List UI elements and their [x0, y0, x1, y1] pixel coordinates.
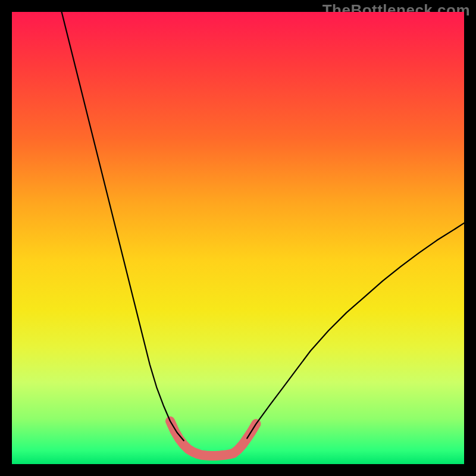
chart-frame: TheBottleneck.com	[0, 0, 476, 476]
left-marker-segment	[170, 421, 198, 454]
left-bottleneck-curve	[62, 12, 184, 440]
right-bottleneck-curve	[247, 223, 464, 439]
curve-layer	[12, 12, 464, 464]
gradient-plot-area	[12, 12, 464, 464]
trough-marker	[198, 453, 234, 456]
